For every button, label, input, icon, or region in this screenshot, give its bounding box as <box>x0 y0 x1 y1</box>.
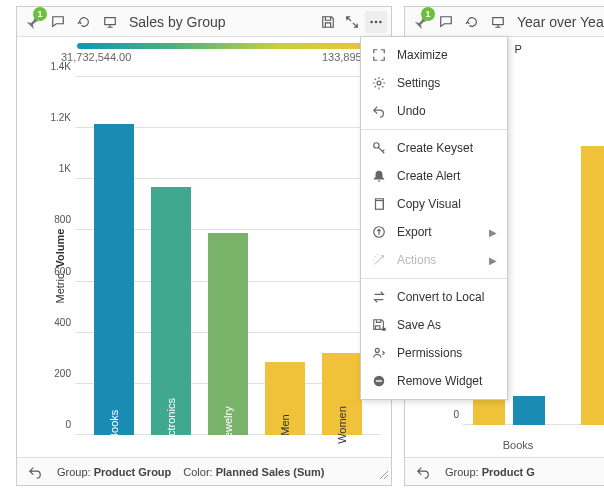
pin-badge: 1 <box>33 7 47 21</box>
copy-icon <box>371 197 387 211</box>
footer-group: Group: Product Group <box>57 466 171 478</box>
menu-item-label: Remove Widget <box>397 374 482 388</box>
menu-item-label: Convert to Local <box>397 290 484 304</box>
bar-wrap: Jewelry <box>205 77 251 435</box>
bars-container: BooksElectronicsJewelryMenWomen <box>85 77 371 435</box>
footer-color: Color: Planned Sales (Sum) <box>183 466 324 478</box>
bar-wrap: Women <box>319 77 365 435</box>
bar-wrap: Books <box>91 77 137 435</box>
menu-item-export[interactable]: Export▶ <box>361 218 507 246</box>
menu-item-label: Maximize <box>397 48 448 62</box>
x-label: Jew <box>573 439 604 451</box>
widget-title: Year over Year <box>513 14 604 30</box>
bar-label: Electronics <box>165 398 177 452</box>
y-tick: 200 <box>43 367 71 378</box>
more-icon[interactable] <box>365 11 387 33</box>
svg-rect-7 <box>376 201 384 210</box>
saveas-icon <box>371 318 387 332</box>
bar <box>581 146 604 425</box>
resize-grip-icon[interactable] <box>377 468 389 483</box>
y-tick: 800 <box>43 214 71 225</box>
y-tick: 400 <box>43 316 71 327</box>
refresh-icon[interactable] <box>73 11 95 33</box>
comment-icon[interactable] <box>435 11 457 33</box>
svg-point-2 <box>375 20 378 23</box>
menu-item-label: Settings <box>397 76 440 90</box>
key-icon <box>371 141 387 155</box>
menu-item-create-keyset[interactable]: Create Keyset <box>361 134 507 162</box>
menu-item-undo[interactable]: Undo <box>361 97 507 125</box>
widget-sales-by-group: 1 Sales by Group 31,732,544.00 133, <box>16 6 392 486</box>
bar-label: Jewelry <box>222 406 234 443</box>
bar-label: Books <box>108 410 120 441</box>
bar[interactable]: Women <box>322 353 362 435</box>
svg-point-1 <box>370 20 373 23</box>
menu-item-label: Copy Visual <box>397 197 461 211</box>
menu-item-remove-widget[interactable]: Remove Widget <box>361 367 507 395</box>
color-scale-min: 31,732,544.00 <box>61 51 131 63</box>
svg-point-5 <box>377 81 381 85</box>
widget-context-menu: MaximizeSettingsUndoCreate KeysetCreate … <box>360 36 508 400</box>
maximize-icon <box>371 48 387 62</box>
svg-point-9 <box>375 348 379 352</box>
menu-item-create-alert[interactable]: Create Alert <box>361 162 507 190</box>
menu-separator <box>361 129 507 130</box>
color-scale-labels: 31,732,544.00 133,895,92 <box>17 49 391 63</box>
menu-item-label: Create Keyset <box>397 141 473 155</box>
pin-icon[interactable]: 1 <box>409 11 431 33</box>
svg-rect-4 <box>493 17 504 24</box>
undo-icon[interactable] <box>25 465 45 479</box>
y-tick: 0 <box>431 409 459 420</box>
y-tick: 0 <box>43 419 71 430</box>
widget-toolbar: 1 Year over Year <box>405 7 604 37</box>
y-tick: 1.4K <box>43 61 71 72</box>
chevron-right-icon: ▶ <box>489 255 497 266</box>
bar-label: Women <box>336 406 348 444</box>
menu-item-maximize[interactable]: Maximize <box>361 41 507 69</box>
footer-group: Group: Product G <box>445 466 535 478</box>
color-scale <box>17 37 391 49</box>
menu-item-label: Actions <box>397 253 436 267</box>
expand-icon[interactable] <box>341 11 363 33</box>
chevron-right-icon: ▶ <box>489 227 497 238</box>
menu-item-label: Undo <box>397 104 426 118</box>
export-icon <box>371 225 387 239</box>
chart-area: Metric: Volume 0 200 400 600 800 1K 1.2K… <box>17 77 391 455</box>
x-label: Books <box>463 439 573 451</box>
y-tick: 1.2K <box>43 112 71 123</box>
pin-icon[interactable]: 1 <box>21 11 43 33</box>
refresh-icon[interactable] <box>461 11 483 33</box>
menu-item-permissions[interactable]: Permissions <box>361 339 507 367</box>
bar <box>513 396 545 425</box>
bar[interactable]: Electronics <box>151 187 191 435</box>
presentation-icon[interactable] <box>487 11 509 33</box>
undo-icon[interactable] <box>413 465 433 479</box>
widget-title: Sales by Group <box>125 14 313 30</box>
menu-item-label: Export <box>397 225 432 239</box>
comment-icon[interactable] <box>47 11 69 33</box>
bar[interactable]: Books <box>94 124 134 435</box>
gear-icon <box>371 76 387 90</box>
menu-item-label: Permissions <box>397 346 462 360</box>
x-axis-labels: Books Jew <box>463 439 604 451</box>
menu-item-save-as[interactable]: Save As <box>361 311 507 339</box>
bell-icon <box>371 169 387 183</box>
menu-separator <box>361 278 507 279</box>
svg-rect-11 <box>376 380 382 381</box>
bar[interactable]: Jewelry <box>208 233 248 435</box>
save-icon[interactable] <box>317 11 339 33</box>
presentation-icon[interactable] <box>99 11 121 33</box>
bar[interactable]: Men <box>265 362 305 435</box>
menu-item-copy-visual[interactable]: Copy Visual <box>361 190 507 218</box>
y-tick: 1K <box>43 163 71 174</box>
menu-item-label: Create Alert <box>397 169 460 183</box>
svg-rect-0 <box>105 17 116 24</box>
plot: 0 200 400 600 800 1K 1.2K 1.4K BooksElec… <box>75 77 381 435</box>
svg-point-3 <box>379 20 382 23</box>
pin-badge: 1 <box>421 7 435 21</box>
convert-icon <box>371 290 387 304</box>
undo-icon <box>371 104 387 118</box>
menu-item-settings[interactable]: Settings <box>361 69 507 97</box>
menu-item-convert-to-local[interactable]: Convert to Local <box>361 283 507 311</box>
menu-item-label: Save As <box>397 318 441 332</box>
